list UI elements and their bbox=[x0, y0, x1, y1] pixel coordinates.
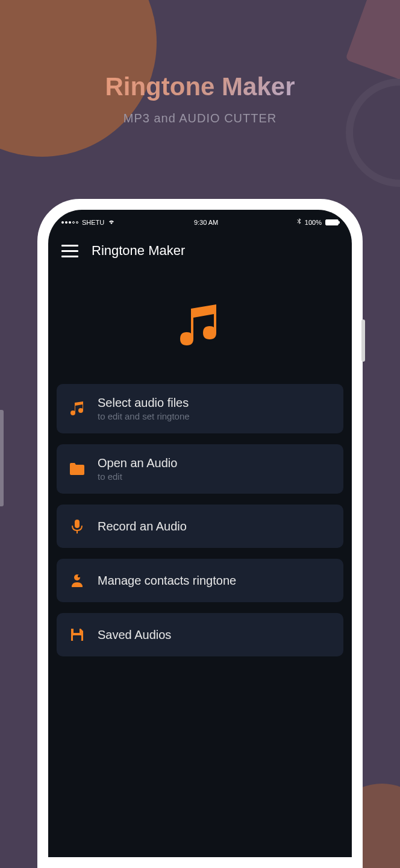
signal-dots-icon bbox=[61, 221, 78, 224]
status-right: 100% bbox=[297, 218, 339, 226]
menu-item-title: Saved Audios bbox=[98, 628, 171, 642]
menu-item-saved-audios[interactable]: Saved Audios bbox=[57, 613, 343, 656]
battery-label: 100% bbox=[305, 219, 322, 226]
menu-item-title: Select audio files bbox=[98, 396, 190, 410]
phone-screen: SHETU 9:30 AM 100% Ringtone Maker bbox=[48, 210, 352, 857]
status-time: 9:30 AM bbox=[194, 219, 218, 226]
bluetooth-icon bbox=[297, 218, 301, 226]
menu-item-title: Manage contacts ringtone bbox=[98, 574, 236, 588]
app-header: Ringtone Maker bbox=[48, 232, 352, 269]
svg-rect-5 bbox=[73, 635, 81, 641]
svg-rect-4 bbox=[73, 629, 80, 633]
carrier-label: SHETU bbox=[82, 219, 104, 226]
menu-item-subtitle: to edit and set ringtone bbox=[98, 411, 190, 421]
battery-icon bbox=[325, 219, 339, 225]
save-icon bbox=[67, 625, 87, 644]
bg-decoration-shape bbox=[345, 0, 400, 80]
hero-music-icon bbox=[48, 269, 352, 384]
menu-item-title: Open an Audio bbox=[98, 456, 177, 470]
svg-rect-0 bbox=[75, 520, 80, 528]
status-left: SHETU bbox=[61, 219, 115, 226]
phone-frame: SHETU 9:30 AM 100% Ringtone Maker bbox=[37, 199, 363, 868]
svg-point-3 bbox=[78, 575, 80, 577]
contact-icon bbox=[67, 571, 87, 590]
menu-item-subtitle: to edit bbox=[98, 471, 177, 482]
folder-icon bbox=[67, 459, 87, 479]
phone-side-button bbox=[361, 319, 365, 362]
microphone-icon bbox=[67, 517, 87, 536]
side-guide bbox=[0, 410, 4, 506]
music-note-icon bbox=[67, 399, 87, 418]
menu-list: Select audio files to edit and set ringt… bbox=[48, 384, 352, 656]
status-bar: SHETU 9:30 AM 100% bbox=[48, 210, 352, 232]
app-title: Ringtone Maker bbox=[92, 243, 185, 259]
menu-item-open-audio[interactable]: Open an Audio to edit bbox=[57, 444, 343, 494]
menu-item-manage-contacts[interactable]: Manage contacts ringtone bbox=[57, 559, 343, 602]
menu-item-select-audio[interactable]: Select audio files to edit and set ringt… bbox=[57, 384, 343, 433]
menu-item-record-audio[interactable]: Record an Audio bbox=[57, 505, 343, 548]
promo-subtitle: MP3 and AUDIO CUTTER bbox=[0, 112, 400, 125]
menu-item-title: Record an Audio bbox=[98, 520, 187, 533]
hamburger-menu-icon[interactable] bbox=[61, 245, 78, 257]
wifi-icon bbox=[108, 219, 115, 226]
promo-title: Ringtone Maker bbox=[0, 72, 400, 101]
